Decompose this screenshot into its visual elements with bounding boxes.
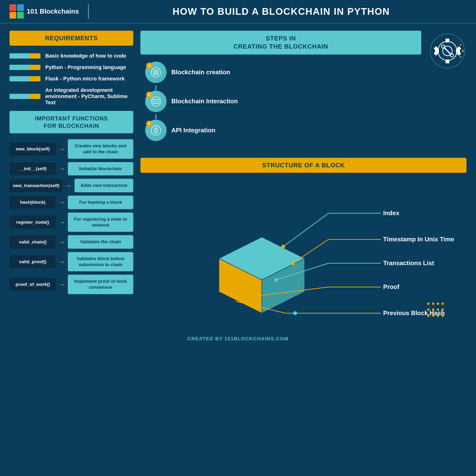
req-item-1: Basic knowledge of how to code (10, 53, 133, 59)
label-transactions: Transactions List (383, 259, 434, 267)
func-name-0: new_block(self) (10, 143, 56, 155)
structure-header: STRUCTURE OF A BLOCK (140, 158, 466, 173)
func-name-4: register_node() (10, 216, 56, 229)
step-circle-2: 3 (145, 120, 167, 141)
func-name-6: valid_proof() (10, 255, 56, 268)
svg-rect-26 (445, 60, 449, 63)
step-label-2: API Integration (171, 127, 215, 134)
logo-text: 101 Blockchains (27, 8, 79, 15)
left-column: REQUIREMENTS Basic knowledge of how to c… (10, 31, 133, 325)
arrow-1: → (58, 165, 66, 173)
svg-line-33 (444, 47, 451, 54)
footer-text: CREATED BY 101BLOCKCHAINS.COM (187, 336, 289, 341)
steps-list: 1 (140, 62, 421, 143)
right-column: STEPS IN CREATING THE BLOCKCHAIN 1 (140, 31, 466, 325)
func-item-4: register_node() → For registering a node… (10, 213, 133, 232)
svg-point-60 (427, 303, 430, 305)
gear-icon (430, 33, 465, 69)
svg-rect-0 (10, 4, 16, 11)
step-label-1: Blockchain Interaction (171, 98, 238, 105)
func-name-5: valid_chain() (10, 236, 56, 249)
svg-point-35 (450, 53, 453, 57)
svg-point-37 (460, 56, 461, 58)
step-connector-0 (155, 85, 156, 90)
step-icon-2 (150, 124, 162, 136)
func-item-2: new_transaction(self) → Adds new transac… (10, 179, 133, 192)
func-name-1: __init__(self) (10, 162, 56, 175)
func-desc-1: Initialize blockchain (68, 162, 133, 176)
arrow-5: → (58, 238, 66, 246)
gear-icon-area (428, 31, 466, 153)
step-circle-0: 1 (145, 62, 167, 83)
steps-box: STEPS IN CREATING THE BLOCKCHAIN 1 (140, 31, 421, 153)
step-item-0: 1 (145, 62, 421, 83)
svg-point-34 (442, 45, 445, 48)
step-item-2: 3 API Integration (145, 120, 421, 141)
functions-list: new_block(self) → Creates new blocks and… (10, 139, 133, 294)
block-diagram-svg: Index Timestamp In Unix Time Transaction… (140, 178, 466, 325)
svg-rect-8 (156, 73, 158, 75)
req-bar-4 (10, 94, 40, 99)
func-item-0: new_block(self) → Creates new blocks and… (10, 139, 133, 158)
req-text-2: Python - Programming language (45, 64, 126, 70)
func-item-3: hash(block) → For hashing a block (10, 196, 133, 209)
svg-point-36 (462, 50, 464, 52)
func-desc-0: Creates new blocks and add to the chain (68, 139, 133, 158)
func-desc-3: For hashing a block (68, 196, 133, 209)
req-item-2: Python - Programming language (10, 64, 133, 70)
right-top-row: STEPS IN CREATING THE BLOCKCHAIN 1 (140, 31, 466, 153)
svg-rect-3 (17, 12, 24, 18)
requirements-header: REQUIREMENTS (10, 31, 133, 46)
func-item-1: __init__(self) → Initialize blockchain (10, 162, 133, 176)
svg-point-50 (291, 261, 295, 265)
svg-rect-7 (153, 73, 155, 75)
main-content: REQUIREMENTS Basic knowledge of how to c… (0, 24, 476, 332)
arrow-0: → (58, 145, 66, 153)
req-text-1: Basic knowledge of how to code (45, 53, 126, 59)
footer: CREATED BY 101BLOCKCHAINS.COM (0, 332, 476, 345)
func-item-5: valid_chain() → Validates the chain (10, 235, 133, 249)
svg-point-53 (274, 278, 278, 282)
label-index: Index (383, 209, 399, 217)
svg-point-47 (281, 245, 285, 249)
req-item-4: An integrated development environment - … (10, 87, 133, 106)
func-desc-4: For registering a node to network (68, 213, 133, 232)
req-bar-3 (10, 76, 40, 81)
logo-icon (10, 4, 24, 18)
func-desc-5: Validates the chain (68, 235, 133, 249)
func-item-7: proof_of_work() → Implement proof of wor… (10, 275, 133, 294)
svg-point-62 (437, 303, 439, 305)
svg-rect-2 (10, 12, 16, 18)
req-item-3: Flask - Python micro framework (10, 76, 133, 82)
step-icon-0 (150, 67, 162, 78)
svg-rect-5 (153, 70, 155, 72)
arrow-4: → (58, 218, 66, 226)
func-name-2: new_transaction(self) (10, 179, 63, 192)
requirements-list: Basic knowledge of how to code Python - … (10, 53, 133, 106)
label-prev-hash: Previous Block Hash (383, 309, 445, 317)
svg-point-38 (460, 44, 461, 46)
func-desc-2: Adds new transaction (74, 179, 133, 192)
func-desc-7: Implement proof of work consensus (68, 275, 133, 294)
svg-point-56 (250, 295, 254, 298)
svg-rect-6 (156, 70, 158, 72)
step-num-2: 3 (146, 121, 152, 127)
func-item-6: valid_proof() → Validates block before s… (10, 252, 133, 271)
logo-area: 101 Blockchains (10, 4, 81, 18)
arrow-2: → (65, 182, 72, 190)
svg-point-63 (442, 303, 444, 305)
svg-point-4 (151, 68, 161, 77)
func-name-7: proof_of_work() (10, 278, 56, 291)
req-text-4: An integrated development environment - … (45, 87, 133, 106)
header-divider (88, 4, 89, 18)
svg-line-45 (283, 213, 328, 247)
step-label-0: Blockchain creation (171, 68, 230, 76)
functions-header: IMPORTANT FUNCTIONS FOR BLOCKCHAIN (10, 111, 133, 133)
block-diagram: Index Timestamp In Unix Time Transaction… (140, 178, 466, 325)
arrow-7: → (58, 280, 66, 289)
label-proof: Proof (383, 283, 399, 290)
step-num-1: 2 (146, 92, 152, 98)
svg-rect-25 (445, 38, 449, 42)
svg-rect-1 (17, 4, 24, 11)
arrow-6: → (58, 258, 66, 266)
